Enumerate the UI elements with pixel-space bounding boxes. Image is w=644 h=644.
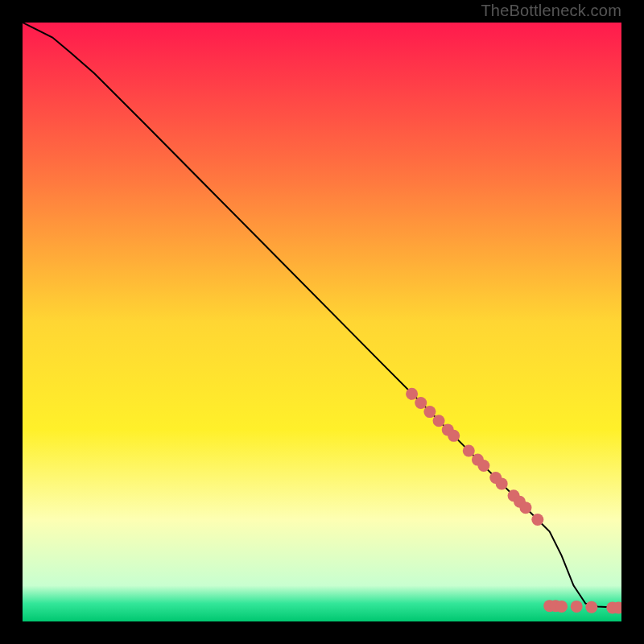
data-marker [585,601,597,613]
data-marker [555,601,568,613]
data-marker [519,502,531,514]
data-marker [423,406,436,418]
data-marker [571,601,583,613]
data-marker [433,415,445,427]
data-marker [406,388,418,400]
chart-svg [23,23,621,621]
chart-background [23,23,621,621]
data-marker [477,460,489,472]
data-marker [463,444,475,456]
data-marker [415,397,427,409]
watermark-text: TheBottleneck.com [481,2,621,20]
data-marker [448,430,460,442]
data-marker [531,514,543,526]
data-marker [496,477,508,489]
